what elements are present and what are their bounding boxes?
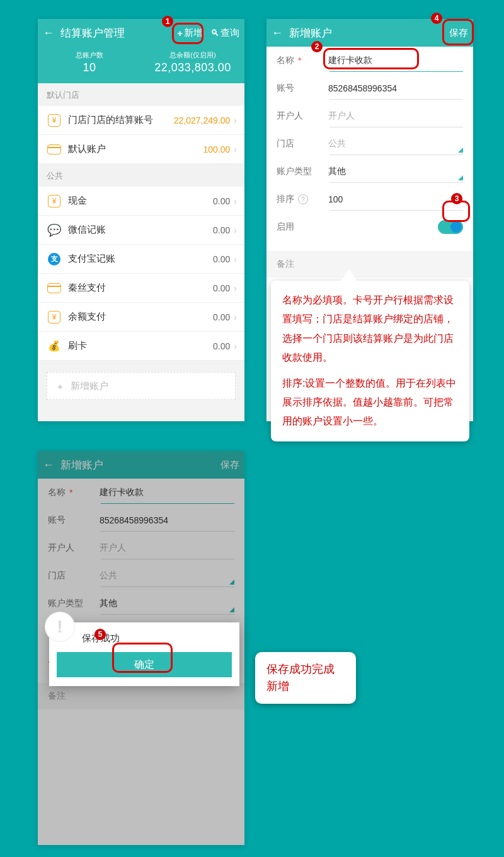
stat-count-label: 总账户数 (38, 50, 141, 60)
help-callout: 名称为必填项。卡号开户行根据需求设置填写；门店是结算账户绑定的店铺，选择一个门店… (271, 281, 469, 441)
yen-outline-icon: ¥ (48, 114, 60, 127)
callout-marker (112, 643, 173, 673)
screen-account-list: ← 结算账户管理 +新增 🔍︎查询 总账户数 10 总余额(仅启用) 22,03… (38, 19, 244, 421)
field-label: 启用 (277, 221, 328, 233)
list-item[interactable]: ¥ 余额支付 0.00 › (38, 303, 244, 332)
alipay-icon: 支 (48, 253, 60, 265)
page-title: 结算账户管理 (60, 26, 169, 40)
callout-marker (172, 23, 203, 44)
remark-label: 备注 (266, 251, 473, 277)
card-icon (47, 144, 61, 154)
account-input[interactable]: 85268458996354 (328, 81, 463, 96)
titlebar: ← 结算账户管理 +新增 🔍︎查询 (38, 19, 244, 47)
field-label: 账号 (277, 83, 328, 94)
yen-outline-icon: ¥ (48, 311, 60, 324)
field-label: 名称 (277, 55, 294, 66)
chevron-right-icon: › (234, 196, 237, 206)
info-icon: ! (45, 612, 74, 641)
back-icon[interactable]: ← (43, 26, 54, 40)
list-item[interactable]: 💰 刷卡 0.00 › (38, 332, 244, 361)
field-label: 排序 (277, 194, 294, 205)
search-button[interactable]: 🔍︎查询 (210, 27, 239, 39)
holder-input[interactable]: 开户人 (328, 108, 463, 124)
chevron-right-icon: › (234, 312, 237, 322)
help-icon[interactable]: ? (298, 194, 308, 204)
dropdown-icon (458, 148, 463, 153)
list-item[interactable]: ¥ 门店门店的结算账号 22,027,249.00 › (38, 106, 244, 135)
enable-toggle[interactable] (438, 220, 463, 234)
field-label: 开户人 (277, 110, 328, 122)
list-item[interactable]: 支 支付宝记账 0.00 › (38, 245, 244, 274)
note-callout: 保存成功完成新增 (255, 652, 356, 704)
callout-marker (323, 48, 419, 69)
chevron-right-icon: › (234, 341, 237, 351)
callout-number: 1 (162, 16, 173, 27)
stat-balance-label: 总余额(仅启用) (141, 50, 244, 60)
store-select[interactable]: 公共 (328, 136, 463, 152)
chevron-right-icon: › (234, 225, 237, 235)
list-item[interactable]: 💬 微信记账 0.00 › (38, 216, 244, 245)
list-item[interactable]: ¥ 现金 0.00 › (38, 187, 244, 216)
list-item[interactable]: 默认账户 100.00 › (38, 135, 244, 164)
list-item[interactable]: 秦丝支付 0.00 › (38, 274, 244, 303)
stat-count-value: 10 (38, 61, 141, 74)
stats-bar: 总账户数 10 总余额(仅启用) 22,033,803.00 (38, 47, 244, 83)
plus-icon: + (57, 381, 63, 392)
chevron-right-icon: › (234, 115, 237, 125)
callout-number: 2 (311, 41, 323, 52)
bag-icon: 💰 (48, 340, 60, 353)
stat-balance-value: 22,033,803.00 (141, 61, 244, 74)
callout-marker (442, 19, 474, 45)
chevron-right-icon: › (234, 283, 237, 293)
callout-number: 5 (94, 629, 106, 640)
wechat-icon: 💬 (48, 224, 60, 236)
field-label: 门店 (277, 138, 328, 149)
chevron-right-icon: › (234, 144, 237, 154)
section-header: 公共 (38, 164, 244, 187)
callout-number: 4 (431, 13, 442, 24)
add-account-button[interactable]: + 新增账户 (47, 372, 236, 400)
back-icon[interactable]: ← (272, 26, 283, 40)
page-title: 新增账户 (289, 26, 442, 40)
chevron-right-icon: › (234, 254, 237, 264)
type-select[interactable]: 其他 (328, 163, 463, 180)
section-header: 默认门店 (38, 83, 244, 106)
dropdown-icon (458, 175, 463, 180)
callout-number: 3 (451, 193, 462, 204)
field-label: 账户类型 (277, 166, 328, 177)
card-icon (47, 283, 61, 293)
yen-outline-icon: ¥ (48, 195, 60, 207)
